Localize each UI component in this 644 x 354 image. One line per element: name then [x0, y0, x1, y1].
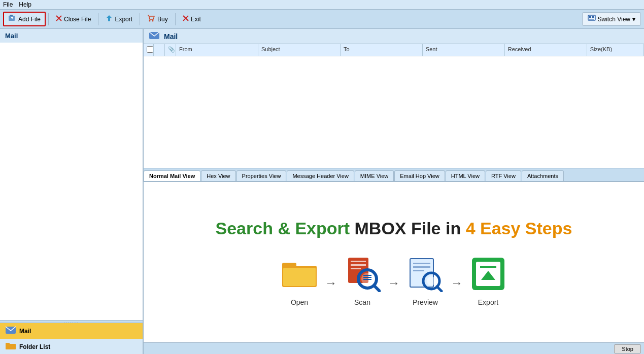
arrow-3: → [451, 276, 463, 306]
close-file-icon [56, 15, 62, 23]
switch-view-dropdown-icon: ▾ [632, 16, 635, 23]
menu-file[interactable]: File [3, 1, 13, 8]
nav-item-folder-label: Folder List [19, 343, 50, 350]
promo-title-part1: Search & Export [216, 219, 355, 238]
preview-icon [405, 254, 446, 294]
svg-rect-17 [6, 343, 10, 345]
scan-icon [342, 254, 383, 294]
left-panel: Mail ....... Mail [0, 29, 144, 354]
col-received[interactable]: Received [505, 44, 587, 56]
svg-rect-25 [351, 268, 361, 269]
exit-icon [183, 15, 189, 23]
select-all-checkbox[interactable] [147, 46, 153, 53]
svg-rect-41 [480, 266, 496, 268]
attach-icon: 📎 [168, 46, 175, 52]
right-panel-title: Mail [164, 32, 178, 41]
step-open: Open [279, 254, 320, 306]
svg-point-37 [427, 276, 436, 286]
svg-rect-24 [351, 264, 366, 266]
toolbar-separator-4 [175, 13, 176, 25]
email-list-header: 📎 From Subject To Sent Received Size(KB) [144, 44, 644, 56]
close-file-button[interactable]: Close File [51, 13, 95, 25]
stop-button[interactable]: Stop [614, 344, 641, 353]
tab-hex-view[interactable]: Hex View [201, 170, 235, 181]
add-file-button[interactable]: Add File [3, 12, 46, 26]
arrow-2: → [388, 276, 400, 306]
promo-title-part2: MBOX File [355, 219, 441, 238]
promo-title-part3: in [441, 219, 466, 238]
buy-icon [147, 15, 155, 23]
switch-view-button[interactable]: Switch View ▾ [582, 12, 641, 26]
svg-rect-0 [9, 16, 15, 21]
toolbar-separator-3 [140, 13, 140, 25]
svg-rect-35 [413, 270, 424, 271]
tab-attachments[interactable]: Attachments [522, 170, 564, 181]
export-icon [106, 15, 113, 23]
col-size[interactable]: Size(KB) [587, 44, 644, 56]
col-subject[interactable]: Subject [258, 44, 341, 56]
right-header: Mail [144, 29, 644, 44]
promo-title: Search & Export MBOX File in 4 Easy Step… [216, 219, 572, 238]
nav-item-mail[interactable]: Mail [0, 323, 143, 339]
email-list: 📎 From Subject To Sent Received Size(KB) [144, 44, 644, 168]
col-check[interactable] [144, 44, 154, 56]
add-file-icon [8, 14, 16, 24]
promo-steps: Open → [279, 254, 509, 306]
content-area: Search & Export MBOX File in 4 Easy Step… [144, 182, 644, 342]
svg-rect-30 [363, 277, 371, 278]
col-from[interactable]: From [176, 44, 258, 56]
svg-rect-12 [589, 16, 591, 18]
svg-rect-13 [592, 16, 594, 18]
tab-rtf-view[interactable]: RTF View [486, 170, 521, 181]
step-scan-label: Scan [354, 298, 370, 306]
step-scan: Scan [342, 254, 383, 306]
tab-normal-mail-view[interactable]: Normal Mail View [144, 170, 200, 181]
nav-item-folder-list[interactable]: Folder List [0, 339, 143, 354]
svg-rect-34 [413, 266, 430, 268]
tab-message-header-view[interactable]: Message Header View [287, 170, 354, 181]
step-preview-label: Preview [413, 298, 438, 306]
open-icon [279, 254, 320, 294]
promo-title-part4: 4 Easy Steps [466, 219, 572, 238]
toolbar-separator-2 [98, 13, 98, 25]
svg-rect-1 [10, 15, 13, 16]
exit-button[interactable]: Exit [178, 13, 206, 25]
nav-item-mail-label: Mail [19, 328, 31, 335]
col-sent[interactable]: Sent [423, 44, 505, 56]
svg-rect-33 [413, 263, 430, 264]
left-panel-title: Mail [0, 29, 143, 43]
col-to[interactable]: To [341, 44, 423, 56]
main-layout: Mail ....... Mail [0, 29, 644, 354]
tab-html-view[interactable]: HTML View [446, 170, 485, 181]
tab-mime-view[interactable]: MIME View [355, 170, 394, 181]
svg-point-7 [149, 20, 151, 22]
export-icon [468, 254, 509, 294]
svg-line-38 [437, 287, 442, 291]
step-open-label: Open [291, 298, 308, 306]
switch-view-icon [588, 15, 596, 23]
folder-tree[interactable] [0, 43, 143, 320]
tab-bar: Normal Mail View Hex View Properties Vie… [144, 168, 644, 182]
left-nav: Mail Folder List [0, 323, 143, 354]
tab-email-hop-view[interactable]: Email Hop View [394, 170, 445, 181]
svg-rect-29 [363, 275, 371, 276]
col-attach: 📎 [165, 44, 176, 56]
toolbar-separator-1 [48, 13, 49, 25]
svg-rect-23 [351, 261, 366, 262]
arrow-1: → [325, 276, 337, 306]
right-panel: Mail 📎 From Subject To Sent Received Siz… [144, 29, 644, 354]
email-list-body[interactable] [144, 56, 644, 168]
menu-bar: File Help [0, 0, 644, 10]
step-preview: Preview [405, 254, 446, 306]
buy-button[interactable]: Buy [143, 13, 173, 25]
mail-icon [5, 326, 16, 336]
col-icon1 [154, 44, 165, 56]
svg-rect-21 [283, 268, 316, 286]
tab-properties-view[interactable]: Properties View [236, 170, 287, 181]
status-bar: Stop [144, 342, 644, 354]
export-button[interactable]: Export [101, 13, 137, 25]
svg-line-28 [374, 286, 380, 291]
toolbar: Add File Close File Export Buy [0, 10, 644, 29]
menu-help[interactable]: Help [19, 1, 31, 8]
svg-rect-31 [363, 279, 371, 280]
